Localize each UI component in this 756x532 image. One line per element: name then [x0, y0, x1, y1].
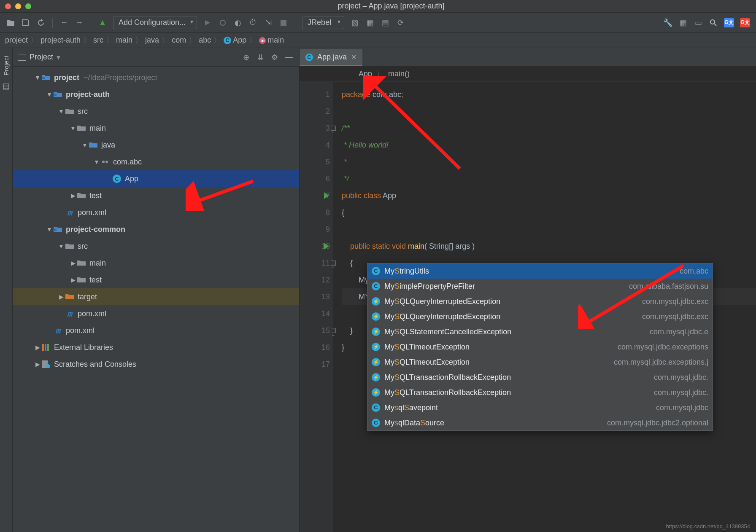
completion-item[interactable]: MySQLQueryInterruptedExceptioncom.mysql.… [367, 309, 713, 324]
tree-node[interactable]: ▼project-auth [13, 86, 299, 103]
chevron-icon[interactable]: ▶ [69, 192, 77, 199]
stop-icon[interactable] [279, 18, 288, 27]
jrebel-icon-3[interactable]: ▤ [381, 18, 390, 27]
forward-icon[interactable]: → [75, 18, 84, 27]
bc-item[interactable]: main [116, 36, 132, 45]
completion-item[interactable]: MySQLTransactionRollbackExceptioncom.mys… [367, 370, 713, 385]
back-icon[interactable]: ← [59, 18, 69, 27]
coverage-icon[interactable]: ◐ [233, 18, 243, 27]
jrebel-icon-4[interactable]: ⟳ [396, 18, 405, 27]
completion-label: MyStringUtils [384, 263, 429, 279]
tree-node[interactable]: ▶main [13, 255, 299, 271]
chevron-icon[interactable]: ▶ [57, 293, 65, 300]
chevron-icon[interactable]: ▶ [34, 344, 41, 351]
collapse-all-icon[interactable]: ⇊ [255, 52, 265, 62]
tree-node[interactable]: ▶target [13, 288, 299, 305]
completion-item[interactable]: MySQLQueryInterruptedExceptioncom.mysql.… [367, 294, 713, 309]
tree-node[interactable]: ▼project~/IdeaProjects/project [13, 69, 299, 86]
bc-item[interactable]: CApp [224, 36, 246, 45]
tree-node[interactable]: ▼project-common [13, 221, 299, 238]
jrebel-icon-1[interactable]: ▧ [350, 18, 359, 27]
chevron-icon[interactable]: ▼ [46, 91, 53, 98]
class-icon: C [372, 419, 380, 427]
chevron-icon[interactable]: ▶ [69, 260, 77, 266]
bc-item[interactable]: java [145, 36, 159, 45]
completion-item[interactable]: MySQLTimeoutExceptioncom.mysql.jdbc.exce… [367, 339, 713, 355]
tree-node[interactable]: ▶test [13, 187, 299, 204]
open-icon[interactable] [6, 18, 15, 27]
chevron-icon[interactable]: ▼ [57, 108, 65, 115]
attach-icon[interactable]: ⇲ [264, 18, 273, 27]
minimize-window-icon[interactable] [15, 3, 21, 9]
tools-icon[interactable]: 🔧 [663, 18, 672, 27]
chevron-icon[interactable]: ▶ [69, 277, 77, 283]
completion-item[interactable]: CMysqlSavepointcom.mysql.jdbc [367, 400, 713, 415]
completion-item[interactable]: MySQLTimeoutExceptioncom.mysql.jdbc.exce… [367, 355, 713, 370]
bc-item[interactable]: project [5, 36, 28, 45]
chevron-icon[interactable]: ▼ [81, 142, 89, 148]
chevron-icon[interactable]: ▼ [57, 243, 65, 250]
chevron-icon[interactable]: ▼ [69, 125, 77, 132]
run-gutter-icon[interactable] [324, 192, 329, 199]
run-anything-icon[interactable]: ▭ [694, 18, 703, 27]
jrebel-combo[interactable]: JRebel [302, 16, 344, 29]
save-all-icon[interactable] [21, 18, 30, 27]
project-tree[interactable]: ▼project~/IdeaProjects/project▼project-a… [13, 67, 299, 375]
bc-item[interactable]: com [172, 36, 186, 45]
gutter[interactable]: 1 2 3 4 5 6 7 8 9 10 11 12 13 14 15 16 1… [300, 82, 333, 532]
debug-icon[interactable] [218, 18, 227, 27]
project-panel-title[interactable]: Project ▾ [18, 53, 60, 62]
search-everywhere-icon[interactable] [709, 18, 718, 27]
tree-node[interactable]: ▼com.abc [13, 153, 299, 170]
tree-node[interactable]: ▶test [13, 271, 299, 288]
line-number: 2 [300, 103, 330, 120]
completion-item[interactable]: CMySimplePropertyPreFiltercom.alibaba.fa… [367, 279, 713, 294]
project-tool-tab[interactable]: Project [3, 56, 10, 75]
bc-item[interactable]: src [93, 36, 103, 45]
close-icon[interactable]: ✕ [351, 53, 356, 61]
autocomplete-popup[interactable]: CMyStringUtilscom.abcCMySimplePropertyPr… [367, 263, 713, 431]
run-config-combo[interactable]: Add Configuration... [113, 16, 197, 29]
locate-icon[interactable]: ⊕ [241, 52, 251, 62]
bc-item[interactable]: abc [199, 36, 211, 45]
run-icon[interactable] [203, 18, 212, 27]
tree-node[interactable]: ▶External Libraries [13, 339, 299, 356]
close-window-icon[interactable] [5, 3, 11, 9]
tree-node[interactable]: ▼java [13, 137, 299, 153]
project-icon [18, 54, 26, 61]
profile-icon[interactable]: ⏱ [248, 18, 258, 27]
build-icon[interactable] [98, 18, 107, 27]
tree-node[interactable]: mpom.xml [13, 204, 299, 221]
completion-item[interactable]: MySQLStatementCancelledExceptioncom.mysq… [367, 324, 713, 339]
tab-app-java[interactable]: C App.java ✕ [300, 49, 362, 66]
translate-icon-2[interactable]: G文 [740, 18, 750, 27]
tree-node[interactable]: mpom.xml [13, 305, 299, 322]
tree-node[interactable]: ▼main [13, 120, 299, 137]
completion-item[interactable]: MySQLTransactionRollbackExceptioncom.mys… [367, 385, 713, 400]
chevron-icon[interactable]: ▼ [93, 159, 100, 165]
bc-item[interactable]: project-auth [40, 36, 81, 45]
completion-item[interactable]: CMyStringUtilscom.abc [367, 263, 713, 279]
structure-tool-tab-icon[interactable]: ▤ [3, 81, 10, 91]
crumb[interactable]: App [359, 70, 372, 78]
completion-item[interactable]: CMysqlDataSourcecom.mysql.jdbc.jdbc2.opt… [367, 415, 713, 430]
translate-icon-1[interactable]: G文 [724, 18, 734, 27]
hide-icon[interactable]: — [284, 52, 294, 62]
code-area[interactable]: package com.abc; /** * Hello world! * */… [333, 82, 756, 532]
structure-icon[interactable]: ▦ [678, 18, 688, 27]
tree-node[interactable]: ▶Scratches and Consoles [13, 356, 299, 373]
chevron-icon[interactable]: ▼ [34, 74, 41, 81]
run-gutter-icon[interactable] [324, 243, 329, 250]
jrebel-icon-2[interactable]: ▦ [365, 18, 375, 27]
gear-icon[interactable]: ⚙ [270, 52, 280, 62]
tree-node[interactable]: CApp [13, 170, 299, 187]
sync-icon[interactable] [36, 18, 46, 27]
tree-node[interactable]: ▼src [13, 238, 299, 255]
chevron-icon[interactable]: ▼ [46, 226, 53, 233]
bc-item[interactable]: mmain [259, 36, 284, 45]
chevron-icon[interactable]: ▶ [34, 361, 41, 368]
tree-node[interactable]: mpom.xml [13, 322, 299, 339]
tree-node[interactable]: ▼src [13, 103, 299, 120]
crumb[interactable]: main() [388, 70, 410, 78]
zoom-window-icon[interactable] [25, 3, 31, 9]
